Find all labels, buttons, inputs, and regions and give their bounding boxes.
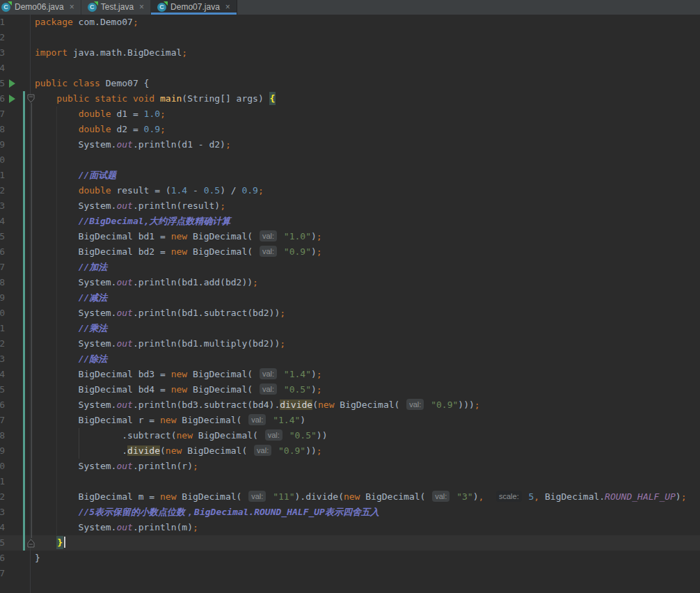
code-token: . [35, 445, 127, 456]
code-text[interactable]: public class Demo07 { [31, 76, 149, 91]
code-text[interactable] [31, 61, 35, 76]
line-number: 22 [0, 336, 5, 351]
gutter-cell: 1 [0, 15, 31, 30]
code-text[interactable]: //乘法 [31, 321, 107, 336]
code-token: "0.5" [278, 384, 311, 395]
tab-close-icon[interactable]: × [225, 0, 230, 15]
code-token: ; [225, 139, 231, 150]
code-editor[interactable]: 1package com.Demo07;23import java.math.B… [0, 15, 700, 593]
code-line: 36} [0, 551, 700, 566]
param-inlay-hint: val: [248, 491, 266, 502]
code-token: System. [35, 277, 116, 287]
code-text[interactable]: BigDecimal bd2 = new BigDecimal( val: "0… [31, 244, 322, 260]
code-text[interactable]: System.out.println(d1 - d2); [31, 137, 231, 152]
line-number: 10 [0, 152, 5, 168]
line-number: 2 [0, 30, 5, 45]
code-text[interactable]: //BigDecimal,大约浮点数精确计算 [31, 214, 230, 229]
code-text[interactable]: } [31, 535, 65, 551]
code-text[interactable]: BigDecimal bd1 = new BigDecimal( val: "1… [31, 229, 322, 244]
code-line: 1package com.Demo07; [0, 15, 700, 30]
code-token: "0.9" [273, 445, 305, 456]
code-token: ) / [220, 185, 241, 196]
code-line: 34 System.out.println(m); [0, 520, 700, 535]
fold-marker-start-icon[interactable] [27, 94, 35, 104]
line-number: 16 [0, 244, 5, 260]
gutter-cell: 6 [0, 91, 31, 106]
code-text[interactable]: package com.Demo07; [31, 15, 138, 30]
code-text[interactable]: BigDecimal m = new BigDecimal( val: "11"… [31, 489, 687, 505]
line-number: 37 [0, 566, 5, 581]
code-text[interactable]: System.out.println(bd1.add(bd2)); [31, 275, 258, 290]
code-token: ; [317, 369, 322, 379]
run-gutter-icon[interactable] [9, 79, 15, 88]
tab-close-icon[interactable]: × [70, 0, 74, 15]
code-text[interactable]: import java.math.BigDecimal; [31, 45, 187, 61]
code-token: BigDecimal( [187, 231, 258, 242]
code-text[interactable]: double d2 = 0.9; [31, 122, 166, 137]
code-token: ( [160, 445, 166, 456]
code-token: ; [182, 47, 187, 58]
code-text[interactable]: .subtract(new BigDecimal( val: "0.5")) [31, 428, 327, 443]
editor-tab-demo07-java[interactable]: CDemo07.java× [151, 0, 237, 15]
code-text[interactable]: System.out.println(bd3.subtract(bd4).div… [31, 397, 480, 413]
editor-tab-demo06-java[interactable]: CDemo06.java× [0, 0, 81, 15]
code-text[interactable]: //5表示保留的小数点位数，BigDecimal.ROUND_HALF_UP表示… [31, 505, 379, 520]
code-line: 28 .subtract(new BigDecimal( val: "0.5")… [0, 428, 700, 443]
run-gutter-icon[interactable] [9, 95, 15, 103]
code-text[interactable]: System.out.println(r); [31, 459, 198, 474]
line-number: 3 [0, 45, 5, 61]
code-text[interactable]: //减法 [31, 290, 107, 306]
code-text[interactable] [31, 474, 35, 489]
code-text[interactable]: BigDecimal r = new BigDecimal( val: "1.4… [31, 413, 305, 428]
code-token: "0.5" [284, 430, 317, 441]
code-token: ; [160, 124, 166, 134]
code-line: 33 //5表示保留的小数点位数，BigDecimal.ROUND_HALF_U… [0, 505, 700, 520]
line-number: 12 [0, 183, 5, 198]
code-text[interactable]: //加法 [31, 260, 107, 275]
gutter-cell: 15 [0, 229, 31, 244]
code-text[interactable]: //面试题 [31, 168, 116, 183]
fold-marker-end-icon[interactable] [27, 538, 35, 548]
code-token: BigDecimal( [182, 445, 253, 456]
gutter-cell: 23 [0, 351, 31, 367]
tab-close-icon[interactable]: × [139, 0, 144, 15]
code-token: .println(bd3.subtract(bd4). [133, 400, 280, 410]
code-token: out [116, 522, 132, 532]
code-text[interactable] [31, 566, 35, 581]
code-token: 1.4 [171, 185, 187, 196]
code-token: } [35, 553, 40, 563]
gutter-cell: 14 [0, 214, 31, 229]
code-token [35, 354, 79, 364]
code-text[interactable]: System.out.println(bd1.multiply(bd2)); [31, 336, 285, 351]
line-number: 18 [0, 275, 5, 290]
code-text[interactable]: double d1 = 1.0; [31, 106, 166, 122]
code-token: ; [317, 246, 322, 257]
code-token: ; [317, 231, 322, 242]
gutter-cell: 21 [0, 321, 31, 336]
code-token: BigDecimal bd2 = [35, 246, 171, 257]
code-token: ; [258, 185, 264, 196]
code-text[interactable] [31, 30, 35, 45]
line-number: 20 [0, 306, 5, 321]
code-line: 14 //BigDecimal,大约浮点数精确计算 [0, 214, 700, 229]
code-text[interactable]: .divide(new BigDecimal( val: "0.9")); [31, 443, 322, 459]
code-token: System. [35, 400, 116, 410]
code-token: BigDecimal( [193, 430, 264, 441]
code-lines: 1package com.Demo07;23import java.math.B… [0, 15, 700, 581]
code-text[interactable]: BigDecimal bd4 = new BigDecimal( val: "0… [31, 382, 322, 397]
tab-label: Test.java [101, 0, 134, 15]
code-text[interactable]: System.out.println(m); [31, 520, 198, 535]
code-text[interactable]: } [31, 551, 40, 566]
code-line: 35 } [0, 535, 700, 551]
code-text[interactable]: double result = (1.4 - 0.5) / 0.9; [31, 183, 264, 198]
param-inlay-hint: scale: [496, 491, 522, 502]
code-text[interactable]: //除法 [31, 351, 107, 367]
line-number: 7 [0, 106, 5, 122]
editor-tab-test-java[interactable]: CTest.java× [81, 0, 151, 15]
code-text[interactable]: BigDecimal bd3 = new BigDecimal( val: "1… [31, 367, 322, 382]
code-text[interactable]: System.out.println(bd1.subtract(bd2)); [31, 306, 285, 321]
line-number: 13 [0, 198, 5, 214]
code-text[interactable]: System.out.println(result); [31, 198, 225, 214]
code-text[interactable]: public static void main(String[] args) { [31, 91, 276, 106]
code-text[interactable] [31, 152, 35, 168]
